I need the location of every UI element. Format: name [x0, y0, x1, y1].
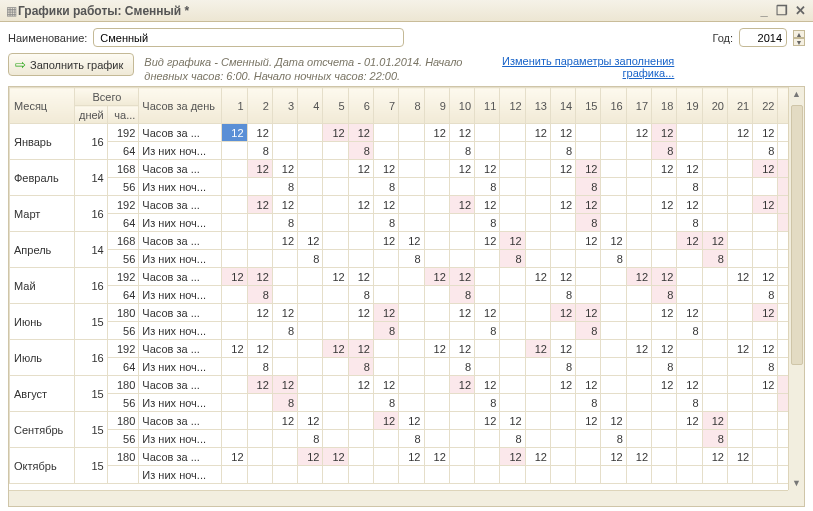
night-cell[interactable]	[222, 322, 247, 340]
night-cell[interactable]	[247, 250, 272, 268]
hours-cell[interactable]	[500, 160, 525, 178]
night-cell[interactable]	[475, 466, 500, 484]
hours-cell[interactable]: 12	[601, 448, 626, 466]
hours-cell[interactable]	[727, 196, 752, 214]
hours-cell[interactable]	[702, 124, 727, 142]
night-cell[interactable]	[550, 214, 575, 232]
night-cell[interactable]: 8	[247, 142, 272, 160]
hours-cell[interactable]: 12	[298, 448, 323, 466]
night-cell[interactable]: 8	[576, 394, 601, 412]
night-cell[interactable]: 8	[373, 394, 398, 412]
night-cell[interactable]	[272, 250, 297, 268]
minimize-button[interactable]: _	[755, 3, 773, 18]
night-cell[interactable]	[727, 286, 752, 304]
night-cell[interactable]	[525, 142, 550, 160]
night-cell[interactable]	[525, 322, 550, 340]
night-cell[interactable]	[323, 322, 348, 340]
hours-cell[interactable]: 12	[373, 160, 398, 178]
hours-cell[interactable]	[424, 304, 449, 322]
scroll-down-icon[interactable]: ▼	[790, 476, 804, 490]
hours-cell[interactable]	[652, 448, 677, 466]
night-cell[interactable]	[626, 178, 651, 196]
hours-cell[interactable]	[323, 196, 348, 214]
night-cell[interactable]	[247, 178, 272, 196]
hours-cell[interactable]	[399, 340, 424, 358]
night-cell[interactable]	[222, 214, 247, 232]
table-row[interactable]: Март16192Часов за ...1212121212121212121…	[10, 196, 804, 214]
night-cell[interactable]	[475, 250, 500, 268]
horizontal-scrollbar[interactable]	[9, 490, 788, 506]
night-cell[interactable]	[222, 142, 247, 160]
night-cell[interactable]	[550, 322, 575, 340]
hours-cell[interactable]	[323, 412, 348, 430]
hours-cell[interactable]: 12	[222, 268, 247, 286]
hours-cell[interactable]	[626, 412, 651, 430]
night-cell[interactable]	[222, 466, 247, 484]
night-cell[interactable]	[348, 394, 373, 412]
hours-cell[interactable]: 12	[298, 232, 323, 250]
col-day-21[interactable]: 21	[727, 88, 752, 124]
spinner-up-icon[interactable]: ▲	[793, 30, 805, 38]
night-cell[interactable]	[652, 178, 677, 196]
night-cell[interactable]: 8	[677, 394, 702, 412]
night-cell[interactable]	[298, 214, 323, 232]
hours-cell[interactable]	[525, 304, 550, 322]
hours-cell[interactable]	[626, 232, 651, 250]
night-cell[interactable]	[576, 250, 601, 268]
night-cell[interactable]: 8	[449, 142, 474, 160]
hours-cell[interactable]	[601, 196, 626, 214]
hours-cell[interactable]	[424, 376, 449, 394]
night-cell[interactable]	[601, 358, 626, 376]
hours-cell[interactable]: 12	[626, 124, 651, 142]
hours-cell[interactable]: 12	[727, 124, 752, 142]
night-cell[interactable]: 8	[753, 358, 778, 376]
hours-cell[interactable]: 12	[550, 304, 575, 322]
night-cell[interactable]	[677, 286, 702, 304]
hours-cell[interactable]: 12	[449, 196, 474, 214]
night-cell[interactable]: 8	[702, 430, 727, 448]
night-cell[interactable]	[727, 142, 752, 160]
night-cell[interactable]	[399, 142, 424, 160]
name-input[interactable]	[93, 28, 404, 47]
hours-cell[interactable]: 12	[247, 340, 272, 358]
hours-cell[interactable]: 12	[348, 124, 373, 142]
col-hours[interactable]: ча...	[107, 106, 139, 124]
night-cell[interactable]	[247, 394, 272, 412]
hours-cell[interactable]	[272, 448, 297, 466]
hours-cell[interactable]	[702, 160, 727, 178]
table-row[interactable]: Май16192Часов за ...12121212121212121212…	[10, 268, 804, 286]
hours-cell[interactable]: 12	[323, 124, 348, 142]
hours-cell[interactable]: 12	[652, 376, 677, 394]
night-cell[interactable]	[550, 178, 575, 196]
night-cell[interactable]: 8	[348, 358, 373, 376]
table-row[interactable]: 56Из них ноч...888888	[10, 322, 804, 340]
night-cell[interactable]	[702, 322, 727, 340]
col-month[interactable]: Месяц	[10, 88, 75, 124]
night-cell[interactable]	[298, 358, 323, 376]
hours-cell[interactable]	[348, 448, 373, 466]
night-cell[interactable]	[399, 322, 424, 340]
night-cell[interactable]	[500, 358, 525, 376]
hours-cell[interactable]: 12	[373, 376, 398, 394]
table-row[interactable]: 64Из них ноч...888888	[10, 358, 804, 376]
night-cell[interactable]: 8	[449, 358, 474, 376]
hours-cell[interactable]	[500, 340, 525, 358]
night-cell[interactable]	[525, 286, 550, 304]
night-cell[interactable]	[424, 142, 449, 160]
night-cell[interactable]: 8	[576, 214, 601, 232]
night-cell[interactable]	[272, 358, 297, 376]
hours-cell[interactable]	[222, 376, 247, 394]
night-cell[interactable]	[601, 178, 626, 196]
hours-cell[interactable]	[500, 124, 525, 142]
night-cell[interactable]: 8	[753, 286, 778, 304]
hours-cell[interactable]: 12	[272, 160, 297, 178]
night-cell[interactable]	[247, 466, 272, 484]
night-cell[interactable]	[601, 214, 626, 232]
hours-cell[interactable]	[298, 124, 323, 142]
hours-cell[interactable]: 12	[348, 340, 373, 358]
hours-cell[interactable]: 12	[677, 376, 702, 394]
hours-cell[interactable]: 12	[247, 124, 272, 142]
night-cell[interactable]	[449, 466, 474, 484]
hours-cell[interactable]: 12	[475, 304, 500, 322]
night-cell[interactable]	[702, 214, 727, 232]
